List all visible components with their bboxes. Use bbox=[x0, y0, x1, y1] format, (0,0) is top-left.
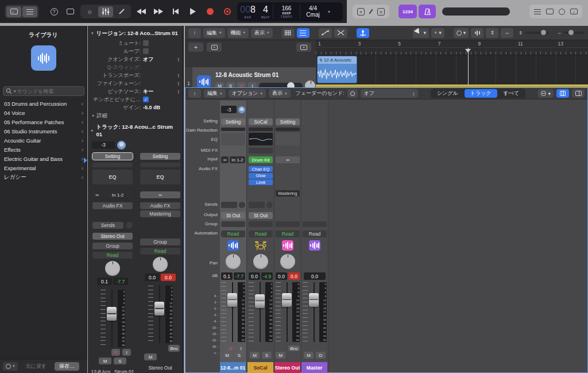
parameter-stepper[interactable]: ▴▾ bbox=[177, 81, 179, 86]
inspector-toggle-button[interactable] bbox=[22, 6, 37, 17]
volume-value[interactable]: 0.1 bbox=[221, 272, 233, 280]
group-slot[interactable] bbox=[276, 221, 300, 227]
peak-value[interactable]: 0.0 bbox=[161, 274, 176, 281]
input-format-button[interactable]: ∞ bbox=[140, 191, 180, 198]
eq-row[interactable] bbox=[249, 133, 273, 145]
gain-knob[interactable] bbox=[117, 141, 126, 149]
fader-thumb[interactable] bbox=[309, 293, 319, 307]
dim-button[interactable]: D bbox=[316, 352, 326, 359]
send-knob[interactable] bbox=[266, 202, 273, 208]
narrow-strips-button[interactable] bbox=[556, 89, 569, 98]
gain-knob[interactable] bbox=[238, 106, 245, 113]
playhead[interactable] bbox=[468, 48, 469, 84]
channel-gain-row[interactable]: -3 bbox=[221, 106, 245, 113]
eq-display[interactable] bbox=[249, 133, 273, 145]
gain-value-box[interactable]: -3 bbox=[221, 106, 237, 113]
go-to-beginning-button[interactable] bbox=[167, 5, 184, 18]
input-monitor-button[interactable]: I bbox=[122, 349, 131, 356]
mute-button[interactable]: M bbox=[222, 352, 232, 359]
pointer-tool-menu[interactable]: ▾ bbox=[413, 28, 429, 38]
mixer-options-menu[interactable]: オプション▾ bbox=[229, 89, 266, 98]
tuner-button[interactable] bbox=[369, 9, 373, 14]
track-lane[interactable]: ⇅12-8 Acoustic bbox=[316, 55, 588, 84]
apple-loops-icon[interactable] bbox=[559, 9, 565, 15]
note-pads-icon[interactable] bbox=[546, 9, 554, 14]
input-format-button[interactable]: ∞ bbox=[92, 191, 102, 198]
no-overlap-button[interactable]: x bbox=[357, 8, 365, 16]
parameter-stepper[interactable]: ▴▾ bbox=[177, 57, 179, 61]
fader-track[interactable] bbox=[255, 282, 265, 342]
input-slot-button[interactable]: In 1-2 bbox=[103, 191, 133, 198]
dimmer-button[interactable]: ☼ bbox=[82, 6, 97, 17]
library-list-item[interactable]: 06 Studio Instruments› bbox=[0, 126, 87, 136]
filter-menu[interactable]: ▾ bbox=[538, 89, 554, 98]
play-button[interactable] bbox=[184, 5, 202, 18]
midi-fx-slot[interactable] bbox=[249, 148, 273, 153]
input-monitor-button[interactable]: I bbox=[237, 345, 245, 351]
eq-display[interactable]: EQ bbox=[92, 170, 133, 184]
parameter-checkbox[interactable] bbox=[143, 40, 149, 46]
mute-button[interactable]: M bbox=[144, 353, 157, 360]
track-inspector-header[interactable]: ▸ トラック: 12-8 Acou...c Strum 01 bbox=[88, 125, 183, 136]
peak-value[interactable]: 0.0 bbox=[288, 272, 300, 280]
secondary-tool-menu[interactable]: +▾ bbox=[431, 28, 444, 38]
channel-fader[interactable]: 03691215182124303540455060 bbox=[276, 282, 300, 343]
duplicate-track-button[interactable]: + bbox=[207, 43, 222, 52]
region-parameter-row[interactable]: ループ: bbox=[88, 47, 183, 55]
fader-track[interactable] bbox=[154, 286, 164, 343]
mute-button[interactable]: M bbox=[99, 357, 111, 364]
volume-value[interactable]: 0.0 bbox=[249, 272, 260, 280]
region-parameter-row[interactable]: テンポとピッチに…✓ bbox=[88, 95, 183, 103]
pan-knob[interactable] bbox=[280, 254, 295, 269]
lcd-display[interactable]: 008 BAR 4 BEAT 166 KEEP TEMPO 4/4 Cmaj ▾ bbox=[237, 2, 343, 21]
bounce-button[interactable]: Bnc bbox=[288, 345, 300, 351]
region-parameter-row[interactable]: クオンタイズ:オフ▴▾ bbox=[88, 55, 183, 63]
channel-fader[interactable]: 03691215182124303540455060 bbox=[221, 282, 245, 343]
library-list-item[interactable]: Effects› bbox=[0, 145, 87, 154]
region-parameter-row[interactable]: ゲイン:-5.0 dB bbox=[88, 103, 183, 111]
pan-knob[interactable] bbox=[253, 254, 268, 269]
region-parameter-row[interactable]: ミュート: bbox=[88, 39, 183, 47]
audio-fx-plugin[interactable]: Glow bbox=[249, 173, 273, 179]
pencil-tool-button[interactable] bbox=[114, 6, 129, 17]
gain-value-box[interactable]: -3 bbox=[92, 141, 115, 149]
output-button[interactable]: St Out bbox=[249, 212, 273, 219]
browsers-icon[interactable]: ♪ bbox=[570, 9, 578, 14]
search-scope-chevron-icon[interactable]: ▾ bbox=[14, 89, 16, 94]
metronome-button[interactable] bbox=[419, 5, 436, 18]
group-slot[interactable] bbox=[303, 221, 327, 227]
peak-value[interactable]: -7.7 bbox=[113, 278, 128, 285]
channel-fader[interactable]: 03691215182124303540455060 bbox=[138, 286, 182, 343]
track-options-button[interactable]: + bbox=[296, 43, 311, 52]
group-slot[interactable] bbox=[249, 221, 273, 227]
sends-slot[interactable] bbox=[249, 202, 265, 208]
audio-fx-slot[interactable]: Audio FX bbox=[140, 202, 180, 209]
channel-fader[interactable]: 03691215182124303540455060 bbox=[91, 290, 134, 347]
library-list-item[interactable]: Electric Guitar and Bass› bbox=[0, 154, 87, 163]
pan-knob[interactable] bbox=[153, 257, 168, 272]
region-parameter-row[interactable]: ピッチソース:キー▴▾ bbox=[88, 87, 183, 95]
audio-fx-plugin[interactable]: Mastering bbox=[276, 190, 300, 197]
solo-mode-button[interactable]: s bbox=[377, 8, 385, 16]
volume-value[interactable]: 0.1 bbox=[97, 278, 112, 285]
region-parameter-row[interactable]: ファインチューン:▴▾ bbox=[88, 79, 183, 87]
solo-button[interactable]: S bbox=[114, 357, 126, 364]
volume-value[interactable]: 0.0 bbox=[145, 274, 160, 281]
sends-mode-select[interactable]: オフ▴▾ bbox=[361, 89, 418, 98]
rewind-button[interactable] bbox=[133, 5, 150, 18]
automation-mode-button[interactable]: Read bbox=[92, 252, 133, 259]
undo-button[interactable]: 元に戻す bbox=[21, 362, 51, 371]
list-editors-icon[interactable] bbox=[534, 9, 541, 14]
mixer-toggle-button[interactable] bbox=[98, 6, 113, 17]
edit-menu[interactable]: 編集▾ bbox=[203, 28, 225, 38]
audio-fx-plugin[interactable]: Limit bbox=[249, 179, 273, 185]
lcd-chevron-icon[interactable]: ▾ bbox=[326, 9, 332, 14]
library-search-field[interactable]: ▾ bbox=[3, 86, 84, 96]
library-list-item[interactable]: Acoustic Guitar› bbox=[0, 136, 87, 145]
mixer-view-button[interactable] bbox=[297, 28, 310, 38]
flex-pitch-button[interactable] bbox=[357, 28, 369, 38]
send-knob[interactable] bbox=[126, 222, 133, 229]
parameter-checkbox[interactable]: ✓ bbox=[143, 97, 149, 102]
group-slot[interactable]: Group bbox=[140, 239, 180, 245]
mixer-channel-strip[interactable]: Setting∞MasteringRead0.00.00369121518212… bbox=[274, 101, 301, 372]
